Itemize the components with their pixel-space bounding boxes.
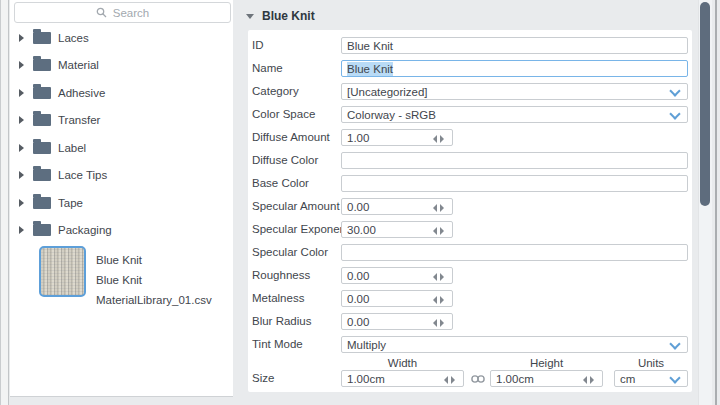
expand-arrow-icon[interactable]: [19, 226, 24, 234]
folder-icon: [33, 142, 51, 154]
property-row-color-space: Color SpaceColorway - sRGB: [252, 106, 688, 123]
expand-arrow-icon[interactable]: [19, 89, 24, 97]
section-header[interactable]: Blue Knit: [246, 8, 315, 24]
id-value: Blue Knit: [347, 39, 393, 53]
library-sidebar: Search LacesMaterialAdhesiveTransferLabe…: [10, 0, 233, 397]
folder-icon: [33, 32, 51, 44]
chevron-down-icon: [669, 108, 680, 119]
property-row-specular-amount: Specular Amount0.00: [252, 198, 688, 215]
property-label-specular-color: Specular Color: [252, 244, 328, 261]
properties-card: IDBlue KnitNameBlue KnitCategory[Uncateg…: [248, 30, 692, 392]
specular-exponent-spinner[interactable]: 30.00: [341, 221, 453, 238]
color-space-dropdown[interactable]: Colorway - sRGB: [341, 106, 688, 123]
folder-icon: [33, 169, 51, 181]
property-label-id: ID: [252, 37, 264, 54]
chevron-down-icon: [669, 372, 680, 383]
spinner-arrows-icon[interactable]: [433, 296, 444, 304]
folder-label: Laces: [58, 32, 89, 44]
tint-mode-dropdown[interactable]: Multiply: [341, 336, 688, 353]
property-row-diffuse-amount: Diffuse Amount1.00: [252, 129, 688, 146]
material-id: Blue Knit: [96, 270, 212, 290]
property-row-specular-color: Specular Color: [252, 244, 688, 261]
expand-arrow-icon[interactable]: [19, 171, 24, 179]
spinner-arrows-icon[interactable]: [433, 135, 444, 143]
sidebar-folder-lace-tips[interactable]: Lace Tips: [10, 162, 233, 190]
size-width-spinner[interactable]: 1.00cm: [341, 370, 464, 387]
spinner-arrows-icon[interactable]: [433, 273, 444, 281]
property-row-size: Size 1.00cm 1.00cm cm: [252, 370, 688, 387]
units-column-label: Units: [614, 356, 688, 370]
sidebar-folder-tape[interactable]: Tape: [10, 189, 233, 217]
property-label-specular-amount: Specular Amount: [252, 198, 340, 215]
folder-icon: [33, 87, 51, 99]
property-row-metalness: Metalness0.00: [252, 290, 688, 307]
sidebar-folder-material[interactable]: Material: [10, 52, 233, 80]
panel-splitter[interactable]: [0, 0, 9, 405]
width-column-label: Width: [341, 356, 464, 370]
sidebar-folder-adhesive[interactable]: Adhesive: [10, 79, 233, 107]
base-color-input[interactable]: [341, 175, 688, 192]
section-title: Blue Knit: [262, 9, 315, 23]
folder-label: Label: [58, 142, 86, 154]
sidebar-folder-packaging[interactable]: Packaging: [10, 217, 233, 245]
roughness-spinner[interactable]: 0.00: [341, 267, 453, 284]
size-units-value: cm: [620, 372, 635, 386]
chevron-down-icon: [669, 85, 680, 96]
spinner-arrows-icon[interactable]: [433, 227, 444, 235]
folder-label: Lace Tips: [58, 169, 107, 181]
folder-label: Transfer: [58, 114, 100, 126]
collapse-arrow-icon[interactable]: [246, 14, 254, 19]
metalness-spinner[interactable]: 0.00: [341, 290, 453, 307]
roughness-value: 0.00: [347, 269, 369, 283]
height-column-label: Height: [490, 356, 603, 370]
spinner-arrows-icon[interactable]: [583, 376, 594, 384]
material-file: MaterialLibrary_01.csv: [96, 290, 212, 310]
diffuse-amount-spinner[interactable]: 1.00: [341, 129, 453, 146]
spinner-arrows-icon[interactable]: [433, 319, 444, 327]
property-row-category: Category[Uncategorized]: [252, 83, 688, 100]
property-label-tint-mode: Tint Mode: [252, 336, 303, 353]
specular-color-input[interactable]: [341, 244, 688, 261]
property-label-size: Size: [252, 370, 274, 387]
blur-radius-spinner[interactable]: 0.00: [341, 313, 453, 330]
search-input[interactable]: Search: [14, 2, 231, 23]
material-library-window: Search LacesMaterialAdhesiveTransferLabe…: [0, 0, 720, 405]
expand-arrow-icon[interactable]: [19, 144, 24, 152]
material-item-blue-knit[interactable]: Blue Knit Blue Knit MaterialLibrary_01.c…: [39, 246, 212, 310]
folder-label: Tape: [58, 197, 83, 209]
material-thumbnail[interactable]: [39, 246, 86, 297]
property-label-metalness: Metalness: [252, 290, 304, 307]
category-value: [Uncategorized]: [347, 85, 428, 99]
diffuse-amount-value: 1.00: [347, 131, 369, 145]
expand-arrow-icon[interactable]: [19, 199, 24, 207]
scrollbar-thumb[interactable]: [700, 2, 710, 206]
property-row-roughness: Roughness0.00: [252, 267, 688, 284]
id-input[interactable]: Blue Knit: [341, 37, 688, 54]
size-height-value: 1.00cm: [496, 372, 534, 386]
expand-arrow-icon[interactable]: [19, 61, 24, 69]
specular-amount-spinner[interactable]: 0.00: [341, 198, 453, 215]
name-input[interactable]: Blue Knit: [341, 60, 688, 77]
sidebar-folder-transfer[interactable]: Transfer: [10, 107, 233, 135]
diffuse-color-input[interactable]: [341, 152, 688, 169]
link-dimensions-icon[interactable]: [470, 374, 486, 384]
size-height-spinner[interactable]: 1.00cm: [490, 370, 603, 387]
expand-arrow-icon[interactable]: [19, 34, 24, 42]
tint-mode-value: Multiply: [347, 338, 386, 352]
property-label-color-space: Color Space: [252, 106, 315, 123]
spinner-arrows-icon[interactable]: [444, 376, 455, 384]
size-column-headers: Width Height Units: [252, 356, 688, 370]
category-dropdown[interactable]: [Uncategorized]: [341, 83, 688, 100]
property-row-blur-radius: Blur Radius0.00: [252, 313, 688, 330]
expand-arrow-icon[interactable]: [19, 116, 24, 124]
folder-label: Packaging: [58, 224, 112, 236]
spinner-arrows-icon[interactable]: [433, 204, 444, 212]
sidebar-folder-laces[interactable]: Laces: [10, 24, 233, 52]
property-label-name: Name: [252, 60, 283, 77]
size-units-dropdown[interactable]: cm: [614, 370, 688, 387]
search-icon: [96, 7, 107, 18]
sidebar-folder-label[interactable]: Label: [10, 134, 233, 162]
property-label-base-color: Base Color: [252, 175, 309, 192]
folder-icon: [33, 114, 51, 126]
search-placeholder: Search: [113, 7, 149, 19]
